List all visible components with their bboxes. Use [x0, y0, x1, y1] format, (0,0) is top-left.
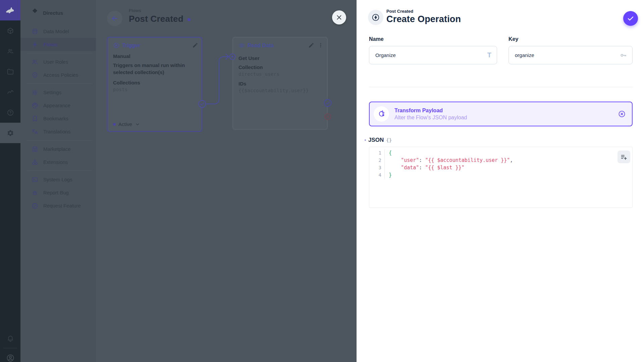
code-line[interactable]: 4} — [369, 171, 632, 179]
check-icon — [627, 14, 635, 22]
operation-type-subtitle: Alter the Flow's JSON payload — [394, 115, 618, 121]
directus-logo[interactable] — [0, 0, 20, 20]
code-line-content: { — [385, 149, 392, 157]
create-operation-drawer: Post Created Create Operation Name T Key — [357, 0, 644, 362]
sidebar-item-label: Settings — [43, 89, 61, 95]
sidebar-item-label: Bookmarks — [43, 116, 68, 121]
line-number: 4 — [369, 171, 385, 179]
module-bar — [0, 0, 20, 362]
trigger-panel-title: Trigger — [122, 43, 140, 49]
bug-icon — [32, 189, 38, 196]
sidebar-item-access-policies[interactable]: Access Policies — [20, 68, 96, 81]
trigger-description-line1: Triggers on manual run within — [113, 62, 196, 69]
shield-icon — [32, 72, 38, 78]
name-label: Name — [369, 36, 497, 42]
sidebar-item-label: Translations — [43, 129, 70, 134]
sidebar-item-extensions[interactable]: Extensions — [20, 156, 96, 169]
code-line[interactable]: 3 "data": "{{ $last }}" — [369, 164, 632, 171]
sidebar-item-bookmarks[interactable]: Bookmarks — [20, 112, 96, 125]
sidebar-item-label: Extensions — [43, 159, 68, 165]
sidebar-item-label: Report Bug — [43, 190, 69, 195]
operation-type-card[interactable]: Transform Payload Alter the Flow's JSON … — [369, 102, 633, 126]
sidebar: Directus Data ModelFlowsUser RolesAccess… — [20, 0, 96, 362]
read-data-panel[interactable]: Read Data Get User Collection directus_u… — [232, 37, 328, 130]
code-line[interactable]: 1{ — [369, 149, 632, 157]
badge-check-icon — [32, 202, 38, 209]
help-icon — [7, 109, 14, 116]
tune-icon — [32, 89, 38, 96]
sidebar-item-label: Flows — [43, 42, 58, 47]
module-content[interactable] — [0, 20, 20, 41]
name-field[interactable]: T — [369, 46, 497, 64]
code-line[interactable]: 2 "user": "{{ $accountability.user }}", — [369, 157, 632, 164]
sidebar-item-label: Request Feature — [43, 203, 81, 208]
store-icon — [32, 146, 38, 153]
collection-label: Collection — [238, 64, 322, 70]
project-name: Directus — [43, 10, 63, 16]
sidebar-item-label: User Roles — [43, 59, 68, 65]
notifications-button[interactable] — [0, 328, 20, 348]
project-switcher[interactable]: Directus — [20, 0, 96, 21]
gear-icon — [7, 129, 14, 137]
bolt-icon — [32, 41, 38, 48]
key-input[interactable] — [514, 52, 620, 58]
close-drawer-button[interactable] — [332, 10, 346, 24]
edit-operation-icon[interactable] — [308, 42, 314, 48]
code-line-content: "data": "{{ $last }}" — [385, 164, 465, 171]
raw-value-toggle-icon[interactable]: {} — [386, 137, 392, 143]
person-circle-icon — [6, 354, 15, 362]
module-user-directory[interactable] — [0, 41, 20, 61]
operation-type-title: Transform Payload — [394, 108, 618, 114]
module-insights[interactable] — [0, 82, 20, 102]
page-title: Post Created — [129, 14, 183, 24]
sidebar-item-settings[interactable]: Settings — [20, 86, 96, 99]
name-input[interactable] — [375, 52, 487, 58]
transform-payload-icon — [374, 106, 389, 122]
save-operation-button[interactable] — [623, 11, 638, 26]
module-bar-divider — [3, 348, 17, 348]
json-code-editor[interactable]: 1{2 "user": "{{ $accountability.user }}"… — [369, 147, 633, 208]
category-icon — [32, 159, 38, 166]
insert-field-button[interactable] — [618, 150, 630, 163]
chevron-down-icon — [135, 122, 140, 127]
ids-value: {{$accountability.user}} — [238, 88, 322, 93]
sidebar-item-appearance[interactable]: Appearance — [20, 99, 96, 112]
terminal-icon — [32, 176, 38, 183]
palette-icon — [32, 102, 38, 109]
close-icon — [335, 14, 343, 21]
line-number: 2 — [369, 157, 385, 164]
sidebar-item-report-bug[interactable]: Report Bug — [20, 186, 96, 199]
breadcrumb[interactable]: Flows — [129, 8, 191, 13]
sidebar-divider — [27, 53, 92, 53]
sidebar-item-data-model[interactable]: Data Model — [20, 25, 96, 38]
drawer-divider — [369, 87, 633, 87]
rabbit-logo-icon — [5, 5, 16, 16]
trigger-type: Manual — [113, 53, 196, 60]
users-icon — [7, 48, 14, 55]
trigger-bolt-icon — [113, 42, 119, 49]
box-icon — [7, 27, 14, 35]
sidebar-item-user-roles[interactable]: User Roles — [20, 55, 96, 68]
key-field[interactable] — [508, 46, 633, 64]
deselect-operation-icon[interactable] — [618, 110, 626, 118]
kebab-menu-icon[interactable] — [318, 42, 324, 48]
sidebar-item-label: Data Model — [43, 28, 69, 34]
module-file-library[interactable] — [0, 61, 20, 82]
sidebar-item-request-feature[interactable]: Request Feature — [20, 199, 96, 212]
sidebar-item-system-logs[interactable]: System Logs — [20, 173, 96, 186]
key-label: Key — [508, 36, 633, 42]
flow-status-toggle[interactable]: Active — [113, 121, 140, 127]
drawer-header-icon-button — [368, 10, 383, 25]
sidebar-item-translations[interactable]: Translations — [20, 125, 96, 138]
user-avatar-button[interactable] — [0, 349, 20, 362]
sidebar-item-label: System Logs — [43, 177, 72, 182]
ids-label: IDs — [238, 81, 322, 86]
back-button[interactable] — [107, 11, 122, 26]
module-settings[interactable] — [0, 123, 20, 143]
sidebar-item-flows[interactable]: Flows — [20, 38, 96, 51]
trigger-panel[interactable]: Trigger Manual Triggers on manual run wi… — [107, 37, 202, 132]
module-docs[interactable] — [0, 102, 20, 123]
edit-trigger-icon[interactable] — [192, 42, 198, 48]
read-data-panel-title: Read Data — [248, 43, 274, 49]
sidebar-item-marketplace[interactable]: Marketplace — [20, 142, 96, 156]
